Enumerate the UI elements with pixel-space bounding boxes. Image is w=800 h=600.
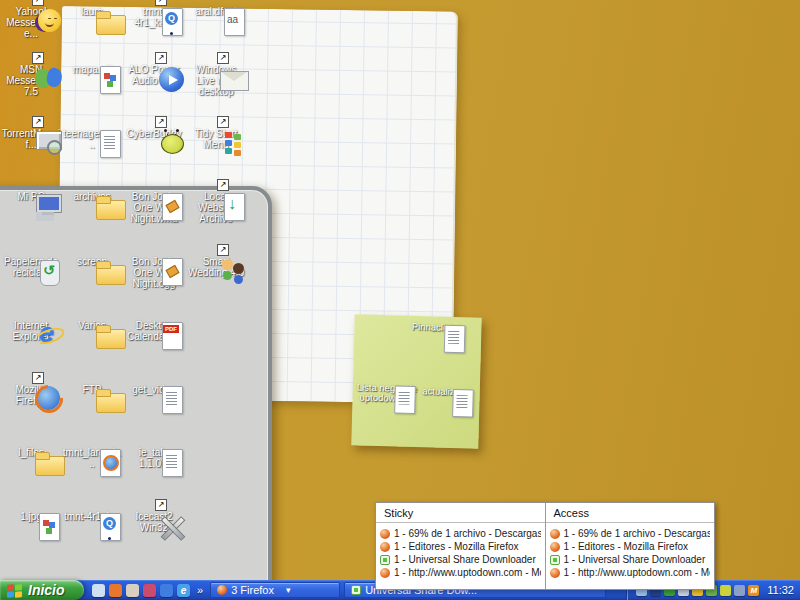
desktop-icon-label: Tidy Start Menu [186,128,246,150]
desktop-icon[interactable]: ↗ tmnt_large.h... [62,447,122,469]
desktop-icon[interactable]: ↗ Papelera de reciclaje [1,256,61,278]
sticky-panel: Sticky 1 - 69% de 1 archivo - Descargas … [376,503,545,589]
task-list-item[interactable]: 1 - http://www.uptodown.com - Moz [550,566,711,579]
task-list-item-label: 1 - 69% de 1 archivo - Descargas [564,528,711,539]
desktop-icon[interactable]: ↗ Internet Explorer [1,320,61,342]
shortcut-arrow-icon: ↗ [217,52,229,64]
desktop-icon[interactable]: ↗ Local Website Archive [186,191,246,224]
note-file-icon[interactable]: actualiz.txt [413,386,477,398]
start-button[interactable]: Inicio [0,580,84,600]
desktop-icon[interactable]: ↗ aral.dfont [186,6,246,17]
note-file-icon[interactable]: Pinnacle.txt [404,322,468,334]
firefox-icon [550,542,560,552]
task-list-item-label: 1 - Editores - Mozilla Firefox [564,541,688,552]
desktop-icon[interactable]: ↗ laura [62,6,122,17]
desktop-icon[interactable]: ↗ Bon Jovi - One Wild Night.ogg [124,256,184,289]
taskbar-button-firefox-group[interactable]: 3 Firefox ▾ [210,582,340,598]
note-file-icon[interactable]: Lista negra de uptodown.txt [354,382,419,404]
usd-icon [380,555,390,565]
task-list-item-label: 1 - Universal Share Downloader [394,554,536,565]
messenger-icon[interactable] [92,584,105,597]
media-player-icon[interactable] [160,584,173,597]
desktop-screen: ↗ Yahoo! Messenger e... ↗ laura ↗ tmnt-4… [0,0,800,600]
desktop-icon[interactable]: ↗ Desktop Calenda.pdf [124,320,184,342]
panel-title: Sticky [376,503,545,523]
task-list-item[interactable]: 1 - Universal Share Downloader [380,553,541,566]
desktop-icon[interactable]: ↗ ie_tab-1.1.0... [124,447,184,469]
shortcut-arrow-icon: ↗ [155,0,167,6]
task-list-item-label: 1 - Editores - Mozilla Firefox [394,541,518,552]
desktop-icon[interactable]: ↗ Mozilla Firefox [1,384,61,406]
access-panel: Access 1 - 69% de 1 archivo - Descargas … [545,503,715,589]
shortcut-arrow-icon: ↗ [32,0,44,6]
shortcut-arrow-icon: ↗ [155,116,167,128]
tray-clock[interactable]: 11:32 [767,584,794,596]
desktop-icon[interactable]: ↗ screen [62,256,122,267]
desktop-icon[interactable]: ↗ teenagemuz... [62,128,122,150]
desktop-icon[interactable]: ↗ Smart Wedding 4.0 [186,256,246,278]
quick-launch: e [84,584,194,597]
shortcut-arrow-icon: ↗ [217,244,229,256]
desktop-icon[interactable]: ↗ MSN Messenger 7.5 [1,64,61,97]
messenger-app-icon[interactable] [734,585,745,596]
start-button-label: Inicio [28,582,65,598]
firefox-icon [217,585,227,595]
task-list-item[interactable]: 1 - Editores - Mozilla Firefox [550,540,711,553]
desktop-icon[interactable]: ↗ mapa.gif [62,64,122,75]
task-popup: Sticky 1 - 69% de 1 archivo - Descargas … [375,502,715,590]
cyberbuddy-icon[interactable] [720,585,731,596]
taskbar-button-label: 3 Firefox [231,584,274,596]
desktop-icon[interactable]: ↗ l_files [1,447,61,458]
desktop-icon[interactable]: ↗ get_video [124,384,184,395]
task-list-item[interactable]: 1 - Editores - Mozilla Firefox [380,540,541,553]
windows-logo-icon [6,582,23,599]
shortcut-arrow-icon: ↗ [155,52,167,64]
shortcut-arrow-icon: ↗ [155,499,167,511]
miranda-icon[interactable]: M [748,585,759,596]
desktop-icon[interactable]: ↗ Varios [62,320,122,331]
task-list-item[interactable]: 1 - 69% de 1 archivo - Descargas [550,527,711,540]
media-folder-icon[interactable] [126,584,139,597]
desktop-icon[interactable]: ↗ Yahoo! Messenger e... [1,6,61,39]
desktop-icon[interactable]: ↗ tmnt-4r1_k... [62,511,122,522]
firefox-icon [380,529,390,539]
panel-title: Access [546,503,715,523]
desktop-icon[interactable]: ↗ ALO Power Audio C... [124,64,184,86]
shortcut-arrow-icon: ↗ [217,179,229,191]
firefox-icon[interactable] [109,584,122,597]
task-list-item-label: 1 - 69% de 1 archivo - Descargas [394,528,541,539]
desktop-icon[interactable]: ↗ Windows Live Mail desktop [186,64,246,97]
firefox-icon [380,568,390,578]
task-list-item-label: 1 - Universal Share Downloader [564,554,706,565]
sticky-note: Pinnacle.txt Lista negra de uptodown.txt… [351,314,481,448]
task-list-item[interactable]: 1 - 69% de 1 archivo - Descargas [380,527,541,540]
firefox-icon [380,542,390,552]
desktop-icon[interactable]: ↗ Icecast2 Win32 [124,511,184,533]
internet-explorer-icon[interactable]: e [177,584,190,597]
task-list-item[interactable]: 1 - Universal Share Downloader [550,553,711,566]
desktop-icon[interactable]: ↗ Tidy Start Menu [186,128,246,150]
group-dropdown-arrow-icon: ▾ [286,585,291,595]
panel-items: 1 - 69% de 1 archivo - Descargas 1 - Edi… [546,523,715,579]
firefox-icon [550,529,560,539]
desktop-icon[interactable]: ↗ CyberBuddy [124,128,184,139]
task-list-item-label: 1 - http://www.uptodown.com - Moz [394,567,541,578]
shortcut-arrow-icon: ↗ [217,116,229,128]
firefox-icon [550,568,560,578]
universal-share-downloader-icon [351,585,361,595]
desktop-icon[interactable]: ↗ 1.jpg [1,511,61,522]
desktop-icon[interactable]: ↗ archivos [62,191,122,202]
desktop-icon[interactable]: ↗ TorrentMagnif... [1,128,61,150]
task-list-item[interactable]: 1 - http://www.uptodown.com - Moz [380,566,541,579]
desktop-icon[interactable]: ↗ FTP [62,384,122,395]
shortcut-arrow-icon: ↗ [32,116,44,128]
desktop-icon[interactable]: ↗ Mi PC [1,191,61,202]
usd-icon [550,555,560,565]
task-list-item-label: 1 - http://www.uptodown.com - Moz [564,567,711,578]
realplayer-icon[interactable] [143,584,156,597]
quick-launch-overflow-chevron[interactable]: » [194,584,206,596]
panel-items: 1 - 69% de 1 archivo - Descargas 1 - Edi… [376,523,545,579]
desktop-icon[interactable]: ↗ Bon Jovi - One Wild Night.wma [124,191,184,224]
desktop-icon[interactable]: ↗ tmnt-4r1_ka... [124,6,184,28]
shortcut-arrow-icon: ↗ [32,372,44,384]
